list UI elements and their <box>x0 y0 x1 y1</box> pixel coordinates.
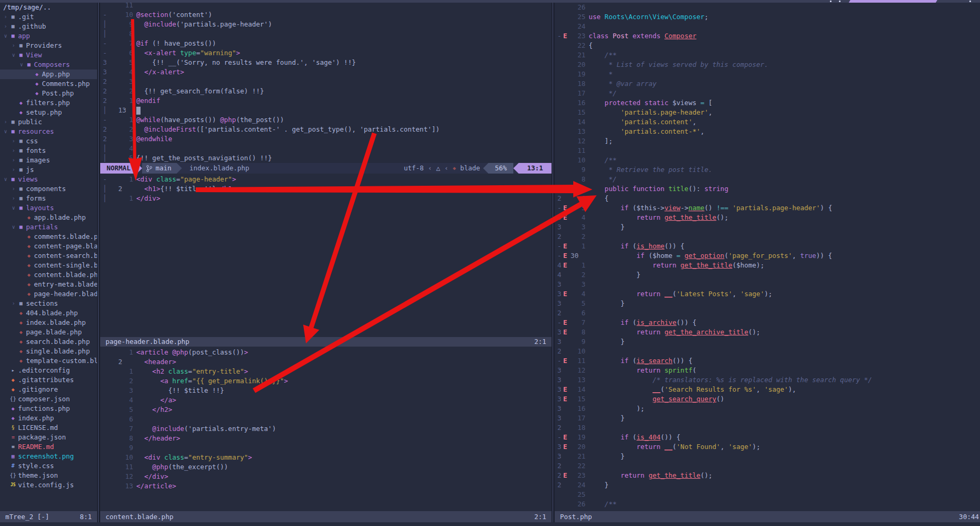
code-line[interactable]: 2 <header> <box>100 357 552 367</box>
code-line[interactable]: 13 'partials.content-*', <box>555 127 980 136</box>
tree-item-404-blade-php[interactable]: ◆404.blade.php <box>0 308 97 318</box>
code-line[interactable]: 7 public function title(): string <box>555 184 980 194</box>
code-line[interactable]: 18 * @var array <box>555 79 980 89</box>
tree-item--git[interactable]: ›■.git <box>0 12 97 22</box>
tree-item-index-blade-php[interactable]: ◆index.blade.php <box>0 318 97 327</box>
code-line[interactable]: 21@endif <box>100 96 552 106</box>
code-line[interactable]: 8 </header> <box>100 434 552 443</box>
tree-item-comments-blade-ph[interactable]: ◆comments.blade.ph <box>0 232 97 242</box>
tree-item-layouts[interactable]: ∨■layouts <box>0 203 97 213</box>
tree-item-content-single-bl[interactable]: ◆content-single.bl <box>0 261 97 270</box>
tree-item-public[interactable]: ›■public <box>0 117 97 127</box>
code-line[interactable]: 9 <box>100 443 552 453</box>
code-line[interactable]: 11 @php(the_excerpt()) <box>100 462 552 472</box>
code-line[interactable]: 25use Roots\Acorn\View\Composer; <box>555 12 980 22</box>
window-separator-left[interactable] <box>97 0 100 522</box>
tree-item-images[interactable]: ›■images <box>0 156 97 165</box>
code-line[interactable]: │2 <h1>{!! $title !!}</h1> <box>100 184 552 194</box>
code-line[interactable]: 10 <div class="entry-summary"> <box>100 453 552 462</box>
tree-item-resources[interactable]: ∨■resources <box>0 127 97 136</box>
tree-item-components[interactable]: ›■components <box>0 184 97 194</box>
code-line[interactable]: 3 {!! $title !!} <box>100 386 552 395</box>
code-line[interactable]: │1</div> <box>100 194 552 203</box>
code-line[interactable]: 23@endwhile <box>100 134 552 144</box>
code-line[interactable]: 26 { <box>555 194 980 203</box>
code-line[interactable]: 26 <box>555 308 980 318</box>
tree-item-page-header-blade[interactable]: ◆page-header.blade <box>0 289 97 299</box>
code-line[interactable]: -7@if (! have_posts()) <box>100 39 552 48</box>
editor-post-php[interactable]: 2625use Roots\Acorn\View\Composer;24-E23… <box>555 3 980 511</box>
tree-item-views[interactable]: ∨■views <box>0 175 97 184</box>
code-line[interactable]: -E23class Post extends Composer <box>555 31 980 41</box>
tree-item-css[interactable]: ›■css <box>0 136 97 146</box>
code-line[interactable]: 11 <box>555 146 980 156</box>
tree-item-vite-config-js[interactable]: JSvite.config.js <box>0 480 97 490</box>
tree-item-entry-meta-blade-[interactable]: ◆entry-meta.blade. <box>0 280 97 289</box>
code-line[interactable]: 3E14 __('Search Results for %s', 'sage')… <box>555 385 980 394</box>
code-line[interactable]: 5 </h2> <box>100 405 552 415</box>
tree-item-content-blade-php[interactable]: ◆content.blade.php <box>0 270 97 280</box>
tree-item-forms[interactable]: ›■forms <box>0 194 97 203</box>
code-line[interactable]: 19 * <box>555 70 980 79</box>
code-line[interactable]: 1 <h2 class="entry-title"> <box>100 367 552 376</box>
code-line[interactable]: 12 </div> <box>100 472 552 481</box>
tree-item-setup-php[interactable]: ◆setup.php <box>0 108 97 117</box>
code-line[interactable]: -1@while(have_posts()) @php(the_post()) <box>100 115 552 125</box>
code-line[interactable]: 15 'partials.page-header', <box>555 108 980 117</box>
tree-item-theme-json[interactable]: {}theme.json <box>0 471 97 480</box>
tree-item-app-php[interactable]: ◆App.php <box>0 70 97 79</box>
code-line[interactable]: -E1 if (is_home()) { <box>555 242 980 251</box>
code-line[interactable]: 2 <a href="{{ get_permalink() }}"> <box>100 376 552 386</box>
code-line[interactable]: 39 } <box>555 337 980 347</box>
code-line[interactable]: 210 <box>555 347 980 356</box>
code-line[interactable]: 22 @includeFirst(['partials.content-' . … <box>100 125 552 134</box>
tree-item-single-blade-php[interactable]: ◆single.blade.php <box>0 347 97 356</box>
tree-item-readme-md[interactable]: ≡README.md <box>0 442 97 452</box>
code-line[interactable]: 22 {!! get_search_form(false) !!} <box>100 87 552 96</box>
editor-index-blade[interactable]: 11-10@section('content')│9 @include('par… <box>100 0 552 163</box>
tree-item-template-custom-bla[interactable]: ◆template-custom.bla <box>0 356 97 366</box>
code-line[interactable]: 7 @include('partials.entry-meta') <box>100 424 552 434</box>
code-line[interactable]: 3E15 get_search_query() <box>555 394 980 404</box>
tree-item-partials[interactable]: ∨■partials <box>0 222 97 232</box>
code-line[interactable]: -E7 if (is_archive()) { <box>555 318 980 327</box>
tree-item-content-search-bl[interactable]: ◆content-search.bl <box>0 251 97 261</box>
tree-item-fonts[interactable]: ›■fonts <box>0 146 97 156</box>
code-line[interactable]: 23 <box>100 77 552 87</box>
code-line[interactable]: -1<div class="page-header"> <box>100 175 552 184</box>
code-line[interactable]: │4 <box>100 144 552 153</box>
code-line[interactable]: 317 } <box>555 413 980 423</box>
code-line[interactable]: -E5 if ($this->view->name() !== 'partial… <box>555 203 980 213</box>
code-line[interactable]: 9 * Retrieve the post title. <box>555 165 980 175</box>
code-line[interactable]: 3E4 return get_the_title(); <box>555 213 980 222</box>
code-line[interactable]: -6 <x-alert type="warning"> <box>100 48 552 58</box>
code-line[interactable]: │9 @include('partials.page-header') <box>100 20 552 29</box>
code-line[interactable]: 1<article @php(post_class())> <box>100 348 552 357</box>
code-line[interactable]: 35 } <box>555 299 980 308</box>
tree-item-composers[interactable]: ∨■Composers <box>0 60 97 70</box>
code-line[interactable]: 6 <box>100 415 552 424</box>
code-line[interactable]: 312 return sprintf( <box>555 366 980 375</box>
tree-item-package-json[interactable]: ≡package.json <box>0 433 97 442</box>
tree-item-content-page-blad[interactable]: ◆content-page.blad <box>0 242 97 251</box>
code-line[interactable]: 25 <box>555 490 980 499</box>
code-line[interactable]: 26 <box>555 3 980 12</box>
code-line[interactable]: 24 <box>555 22 980 31</box>
tree-item-functions-php[interactable]: ◆functions.php <box>0 404 97 413</box>
code-line[interactable]: 316 ); <box>555 404 980 413</box>
code-line[interactable]: 224 } <box>555 480 980 490</box>
tree-item-comments-php[interactable]: ◆Comments.php <box>0 79 97 89</box>
code-line[interactable]: 218 <box>555 423 980 433</box>
code-line[interactable]: 26 /** <box>555 499 980 509</box>
tree-item-sections[interactable]: ›■sections <box>0 299 97 308</box>
file-explorer[interactable]: /tmp/sage/.. ›■.git›■.github∨■app›■Provi… <box>0 3 97 511</box>
code-line[interactable]: 4 </a> <box>100 395 552 405</box>
tree-item-index-php[interactable]: ◆index.php <box>0 413 97 423</box>
code-line[interactable]: 21 /** <box>555 50 980 60</box>
tree-item-js[interactable]: ›■js <box>0 165 97 175</box>
code-line[interactable]: 22 <box>555 232 980 242</box>
code-line[interactable]: 313 /* translators: %s is replaced with … <box>555 375 980 385</box>
tree-item--gitignore[interactable]: ◆.gitignore <box>0 385 97 394</box>
code-line[interactable]: -E30 if ($home = get_option('page_for_po… <box>555 251 980 261</box>
tree-item-providers[interactable]: ›■Providers <box>0 41 97 50</box>
